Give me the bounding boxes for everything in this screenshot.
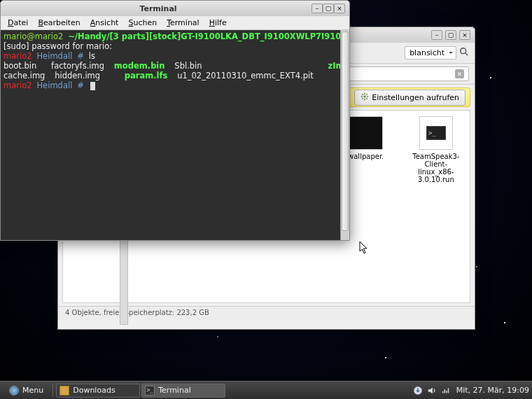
root-loc: Heimdall	[36, 51, 72, 61]
wallpaper-thumbnail	[349, 116, 383, 150]
menu-icon	[9, 386, 19, 396]
view-mode-label: blansicht	[410, 48, 444, 57]
sudo-prompt: [sudo] password for mario:	[4, 41, 112, 51]
terminal-menubar: Datei Bearbeiten Ansicht Suchen Terminal…	[1, 16, 349, 30]
terminal-titlebar[interactable]: Terminal – ▢ ×	[1, 1, 349, 16]
view-mode-select[interactable]: blansicht	[405, 46, 456, 59]
terminal-icon: >_	[145, 386, 155, 396]
scrollbar-thumb[interactable]	[342, 31, 349, 231]
network-icon[interactable]	[441, 386, 451, 396]
svg-line-8	[366, 98, 368, 99]
volume-icon[interactable]	[427, 386, 437, 396]
taskbar-task-terminal[interactable]: >_ Terminal	[141, 384, 225, 398]
terminal-title: Terminal	[5, 4, 312, 13]
system-tray	[409, 386, 455, 396]
menu-label: Menu	[22, 386, 43, 395]
main-menu-button[interactable]: Menu	[3, 384, 50, 398]
task-label: Terminal	[158, 386, 191, 395]
prompt-path: ~/Handy/[3 parts][stock]GT-I9100LKA_DBT_…	[68, 31, 349, 41]
maximize-button[interactable]: ▢	[323, 4, 334, 13]
menu-ansicht[interactable]: Ansicht	[86, 18, 123, 28]
prompt-userhost: mario@mario2	[4, 31, 63, 41]
status-text: 4 Objekte, freier Speicherplatz: 223,2 G…	[65, 309, 209, 316]
taskbar-task-downloads[interactable]: Downloads	[56, 384, 140, 398]
menu-hilfe[interactable]: Hilfe	[205, 18, 231, 28]
update-icon[interactable]	[413, 386, 423, 396]
terminal-window[interactable]: Terminal – ▢ × Datei Bearbeiten Ansicht …	[0, 0, 350, 241]
svg-line-7	[362, 94, 363, 95]
menu-datei[interactable]: Datei	[4, 18, 32, 28]
close-button[interactable]: ×	[459, 30, 470, 40]
taskbar[interactable]: Menu Downloads >_ Terminal Mit, 27. Mär,…	[0, 381, 532, 399]
terminal-cursor	[90, 82, 95, 90]
menu-suchen[interactable]: Suchen	[124, 18, 161, 28]
svg-line-9	[362, 98, 363, 99]
panel-separator	[52, 384, 53, 397]
panel-clock[interactable]: Mit, 27. Mär, 19:09	[456, 386, 529, 395]
svg-line-1	[465, 53, 468, 56]
root-user: mario2	[4, 51, 32, 61]
maximize-button[interactable]: ▢	[445, 30, 456, 40]
minimize-button[interactable]: –	[431, 30, 442, 40]
svg-line-10	[366, 94, 368, 95]
folder-icon	[59, 386, 69, 396]
terminal-scrollbar[interactable]	[340, 30, 349, 240]
terminal-body[interactable]: mario@mario2 ~/Handy/[3 parts][stock]GT-…	[1, 30, 349, 240]
menu-bearbeiten[interactable]: Bearbeiten	[34, 18, 84, 28]
clock-text: Mit, 27. Mär, 19:09	[456, 386, 529, 395]
settings-button[interactable]: Einstellungen aufrufen	[354, 90, 465, 106]
app-thumbnail	[419, 116, 453, 150]
svg-point-0	[461, 48, 466, 54]
clear-path-icon[interactable]: ✕	[455, 69, 464, 78]
minimize-button[interactable]: –	[312, 4, 323, 13]
task-label: Downloads	[73, 386, 115, 395]
menu-terminal[interactable]: Terminal	[162, 18, 204, 28]
gear-icon	[360, 92, 369, 103]
terminal-command: ls	[89, 51, 95, 61]
svg-point-2	[364, 95, 366, 97]
close-button[interactable]: ×	[334, 4, 345, 13]
search-icon[interactable]	[459, 47, 469, 59]
settings-button-label: Einstellungen aufrufen	[372, 93, 459, 102]
file-label: TeamSpeak3-Client-linux_x86-3.0.10.run	[408, 153, 464, 183]
file-icon[interactable]: TeamSpeak3-Client-linux_x86-3.0.10.run	[408, 116, 464, 297]
